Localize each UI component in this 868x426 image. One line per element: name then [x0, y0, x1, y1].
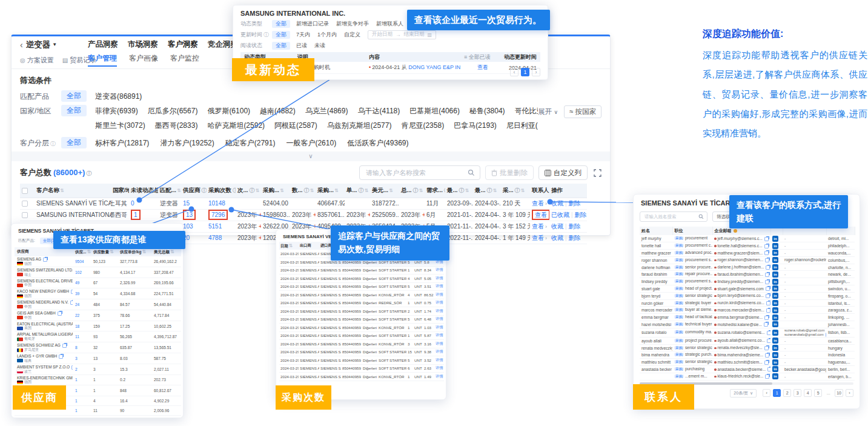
column-header[interactable]: 采购次数ⓘ⇅	[207, 184, 236, 198]
column-header[interactable]: 需求...ⓘ	[425, 184, 445, 198]
supplier-count-link[interactable]: 103	[183, 223, 193, 230]
filter-item-country[interactable]: 巴基斯坦(4066)	[409, 106, 460, 116]
supplier-name[interactable]: KRIES-ENERGIETECHNIK GMBH&AMP;CO.KG	[17, 376, 70, 381]
company-link[interactable]: DONG YANG E&P INC.	[408, 64, 460, 70]
filter-all-chip[interactable]: 全部	[272, 20, 290, 28]
filter-all-chip[interactable]: 全部	[272, 42, 290, 50]
prev-page-button[interactable]: ‹	[510, 68, 518, 76]
filter-item[interactable]: 潜力客户(19252)	[160, 138, 214, 148]
page-button[interactable]: 1	[521, 68, 529, 76]
detail-link[interactable]: 详情	[436, 325, 443, 329]
supply-count-link[interactable]: 39	[75, 291, 79, 296]
supply-count-link[interactable]: 102	[75, 270, 82, 275]
external-link-icon[interactable]	[71, 365, 73, 370]
column-header[interactable]: 最...ⓘ⇅	[445, 184, 473, 198]
supply-count-link[interactable]: 8	[75, 345, 78, 350]
linkedin-icon[interactable]: in	[772, 315, 778, 321]
supply-count-link[interactable]: 9504	[75, 259, 84, 264]
sort-icon[interactable]: ⇅	[520, 188, 525, 193]
filter-item-country[interactable]: 厄瓜多尔(6567)	[148, 106, 198, 116]
external-link-icon[interactable]	[766, 308, 770, 313]
sort-icon[interactable]: ⇅	[465, 188, 469, 193]
filter-option[interactable]: 自定义	[344, 31, 360, 39]
filter-item-country[interactable]: 巴拿马(2193)	[454, 121, 497, 131]
linkedin-icon[interactable]: in	[772, 236, 778, 242]
filter-option[interactable]: 1个月内	[317, 31, 337, 39]
linkedin-icon[interactable]: in	[772, 307, 778, 313]
sort-icon[interactable]: ⇅	[177, 188, 181, 193]
supplier-name[interactable]: AMBIENT SYSTEM SP Z.O.O	[17, 365, 70, 370]
supply-count-link[interactable]: 18	[75, 324, 79, 328]
column-header[interactable]: 客户名称⇅	[35, 184, 111, 198]
linkedin-icon[interactable]: in	[772, 250, 778, 256]
linkedin-icon[interactable]: in	[772, 373, 778, 379]
column-header[interactable]: 国家/地区	[111, 184, 129, 198]
delete-button[interactable]: 删除	[569, 223, 581, 230]
column-header[interactable]: 最...ⓘ⇅	[473, 184, 501, 198]
filter-item-country[interactable]: 斯里兰卡(3072)	[95, 121, 145, 131]
back-icon[interactable]: ‹	[20, 40, 23, 50]
filter-item[interactable]: 标杆客户(12817)	[95, 138, 149, 148]
purchase-count-link[interactable]: 10148	[208, 200, 225, 207]
detail-link[interactable]: 详情	[436, 333, 443, 337]
external-link-icon[interactable]	[62, 344, 67, 348]
supplier-name[interactable]: KACO NEW ENERGY GMBH	[17, 289, 70, 294]
purchase-count-link[interactable]: 4788	[208, 235, 222, 241]
fullscreen-icon[interactable]	[594, 169, 601, 177]
linkedin-icon[interactable]: in	[772, 264, 778, 270]
column-header[interactable]: 操作	[549, 184, 587, 198]
linkedin-icon[interactable]: in	[772, 243, 778, 249]
row-checkbox[interactable]	[20, 209, 35, 221]
collapse-band[interactable]: ∨	[12, 151, 610, 161]
date-range-input[interactable]: 开始日期→结束日期▥	[368, 30, 436, 39]
detail-link[interactable]: 详情	[436, 316, 443, 321]
page-button[interactable]: 1	[773, 389, 781, 397]
page-button[interactable]: 5	[814, 389, 822, 397]
by-country-button[interactable]: ≈ 按国家	[564, 105, 601, 118]
column-header[interactable]: 职位	[672, 227, 712, 235]
customer-name[interactable]: SIEMENS SANAYİ VE TİCARET AN	[36, 200, 111, 207]
sort-icon[interactable]: ⇅	[334, 188, 339, 193]
column-header[interactable]: 联系人	[530, 184, 549, 198]
column-header[interactable]: 单...ⓘ⇅	[345, 184, 370, 198]
view-contact-link[interactable]: 查看	[532, 235, 544, 241]
select-all-checkbox[interactable]	[20, 184, 35, 198]
linkedin-icon[interactable]: in	[772, 285, 778, 291]
delete-button[interactable]: 删除	[575, 211, 587, 218]
subtab-客户画像[interactable]: 客户画像	[129, 53, 158, 67]
sort-icon[interactable]: ⇅	[310, 188, 314, 193]
favorite-button[interactable]: 收藏	[551, 200, 563, 207]
filter-option[interactable]: 7天内	[296, 31, 310, 39]
filter-item-country[interactable]: 乌兹别克斯坦(2577)	[327, 121, 392, 131]
sort-icon[interactable]: ⇅	[289, 243, 293, 248]
linkedin-icon[interactable]: in	[772, 366, 778, 372]
batch-delete-button[interactable]: 批量删除	[485, 165, 534, 180]
supplier-name[interactable]: SIEMENS SCHWEIZ AG	[17, 343, 70, 348]
linkedin-icon[interactable]: in	[772, 352, 778, 358]
linkedin-icon[interactable]: in	[772, 321, 778, 327]
customer-name[interactable]: SAMSUNG INTERNATIONAL INC.	[36, 211, 111, 218]
filter-item-country[interactable]: 尼日利亚(2084)	[506, 121, 538, 131]
subtab-客户管理[interactable]: 客户管理	[88, 53, 117, 67]
external-link-icon[interactable]	[765, 280, 769, 284]
external-link-icon[interactable]	[765, 273, 769, 277]
tab-产品洞察[interactable]: 产品洞察	[88, 39, 118, 50]
external-link-icon[interactable]	[765, 258, 769, 262]
tab-市场洞察[interactable]: 市场洞察	[128, 39, 158, 50]
expand-toggle[interactable]: 展开 ∨	[538, 107, 558, 116]
column-header[interactable]: 采...ⓘ⇅	[501, 184, 530, 198]
supply-count-link[interactable]: 1	[75, 399, 78, 403]
external-link-icon[interactable]	[764, 346, 769, 350]
column-header[interactable]: 姓名	[640, 227, 672, 235]
linkedin-icon[interactable]: in	[772, 359, 778, 365]
filter-item-country[interactable]: 菲律宾(6939)	[95, 106, 138, 116]
external-link-icon[interactable]	[71, 290, 73, 294]
filter-item-country[interactable]: 墨西哥(2833)	[155, 121, 198, 131]
filter-all-chip[interactable]: 全部	[61, 105, 87, 116]
external-link-icon[interactable]	[70, 301, 73, 305]
filter-option[interactable]: 新增竞争对手	[336, 20, 369, 28]
page-button[interactable]: 4	[804, 389, 812, 397]
supply-count-link[interactable]: 2	[75, 367, 78, 371]
filter-item-country[interactable]: 哈萨克斯坦(2592)	[207, 121, 265, 131]
supply-count-link[interactable]: 24	[75, 302, 79, 307]
